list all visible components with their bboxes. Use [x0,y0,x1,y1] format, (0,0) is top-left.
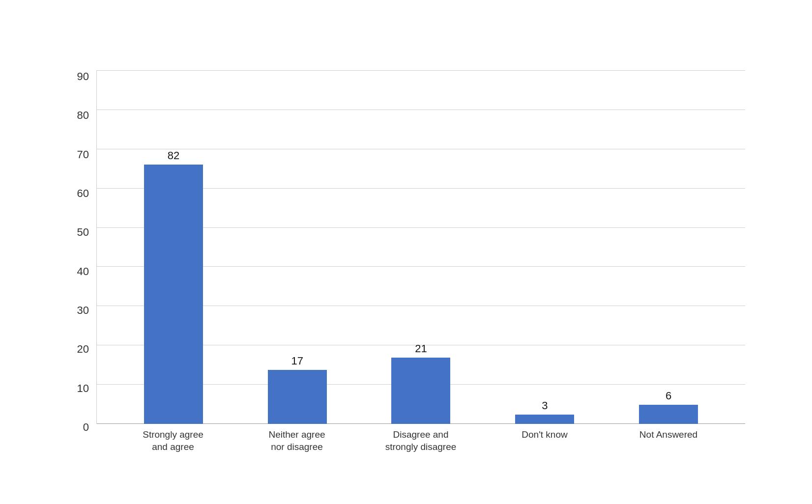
bar-group: 6 [619,390,718,424]
bars-and-grid: 82172136 Strongly agreeand agreeNeither … [96,70,745,463]
y-axis: 9080706050403020100 [67,70,96,463]
bar [268,370,327,424]
bar-group: 21 [372,342,470,424]
chart-inner: 9080706050403020100 82172136 Strongl [67,70,745,463]
y-axis-label: 40 [77,265,89,278]
bar-value-label: 21 [415,342,427,355]
bar [515,415,574,424]
y-axis-label: 50 [77,226,89,239]
y-axis-label: 60 [77,187,89,200]
y-axis-label: 30 [77,304,89,317]
bar-value-label: 6 [666,390,671,402]
x-axis-label: Neither agreenor disagree [248,429,346,463]
bar-value-label: 3 [542,399,548,412]
x-axis-label: Strongly agreeand agree [124,429,222,463]
chart-area: 9080706050403020100 82172136 Strongl [67,70,745,463]
bar-group: 82 [124,149,223,424]
x-axis-label: Disagree andstrongly disagree [372,429,470,463]
bars-row: 82172136 [97,70,745,424]
y-axis-label: 10 [77,382,89,395]
bar-value-label: 82 [168,149,179,162]
bar-group: 17 [248,355,347,424]
x-axis-label: Not Answered [619,429,718,463]
grid-lines: 82172136 [96,70,745,424]
y-axis-label: 90 [77,70,89,83]
y-axis-label: 20 [77,343,89,356]
bar [144,165,203,424]
bar [639,405,698,424]
x-labels: Strongly agreeand agreeNeither agreenor … [96,424,745,463]
bar-value-label: 17 [291,355,303,367]
y-axis-label: 70 [77,148,89,161]
bar-group: 3 [495,399,594,424]
chart-container: 9080706050403020100 82172136 Strongl [37,31,775,473]
x-axis-label: Don't know [495,429,594,463]
y-axis-label: 80 [77,109,89,122]
bar [391,358,450,424]
y-axis-label: 0 [83,421,89,434]
